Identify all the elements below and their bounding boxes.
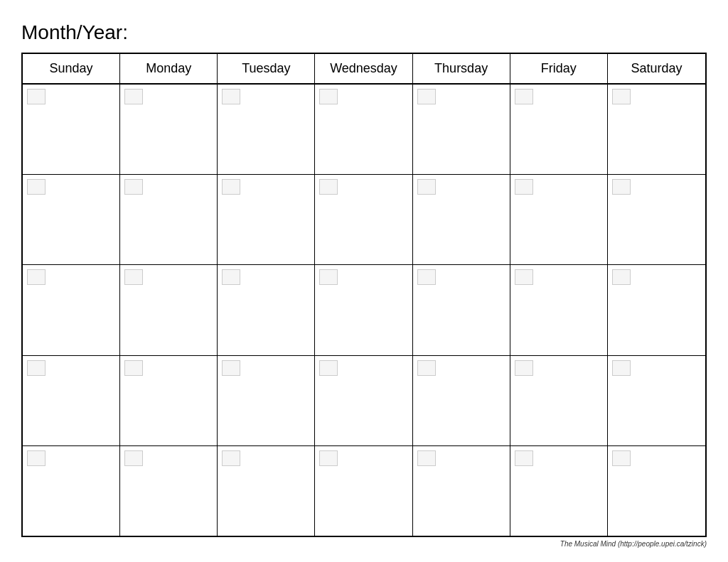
calendar-cell[interactable] [120, 446, 218, 536]
calendar-cell[interactable] [510, 356, 608, 445]
calendar-cell[interactable] [218, 356, 315, 445]
calendar-row-1 [23, 85, 705, 175]
header-day-monday: Monday [120, 54, 218, 83]
date-number-box [515, 360, 533, 376]
date-number-box [222, 360, 240, 376]
calendar-cell[interactable] [218, 265, 315, 355]
calendar-cell[interactable] [608, 175, 705, 264]
calendar-cell[interactable] [510, 265, 608, 355]
header-day-wednesday: Wednesday [315, 54, 412, 83]
date-number-box [124, 179, 143, 195]
calendar-cell[interactable] [315, 265, 412, 355]
calendar-row-2 [23, 175, 705, 265]
header-day-tuesday: Tuesday [218, 54, 315, 83]
calendar-cell[interactable] [120, 85, 218, 174]
date-number-box [124, 269, 143, 285]
calendar-cell[interactable] [413, 175, 510, 264]
calendar-cell[interactable] [120, 356, 218, 445]
calendar-cell[interactable] [120, 265, 218, 355]
calendar-cell[interactable] [608, 356, 705, 445]
calendar-cell[interactable] [608, 85, 705, 174]
date-number-box [417, 450, 436, 466]
footer-credit: The Musical Mind (http://people.upei.ca/… [21, 537, 707, 548]
date-number-box [612, 179, 631, 195]
calendar-cell[interactable] [413, 446, 510, 536]
calendar-header: SundayMondayTuesdayWednesdayThursdayFrid… [23, 54, 705, 85]
calendar-cell[interactable] [23, 85, 120, 174]
calendar-cell[interactable] [120, 175, 218, 264]
header-day-sunday: Sunday [23, 54, 120, 83]
calendar-container: SundayMondayTuesdayWednesdayThursdayFrid… [21, 53, 707, 537]
header-day-friday: Friday [510, 54, 608, 83]
calendar-cell[interactable] [23, 175, 120, 264]
date-number-box [319, 89, 338, 104]
calendar-body [23, 85, 705, 536]
calendar-cell[interactable] [413, 85, 510, 174]
date-number-box [417, 89, 436, 104]
page: Month/Year: SundayMondayTuesdayWednesday… [0, 0, 728, 562]
date-number-box [612, 450, 631, 466]
calendar-cell[interactable] [218, 85, 315, 174]
calendar-cell[interactable] [510, 446, 608, 536]
date-number-box [515, 450, 533, 466]
month-year-label[interactable]: Month/Year: [21, 21, 707, 44]
header-day-thursday: Thursday [413, 54, 510, 83]
date-number-box [417, 269, 436, 285]
calendar-cell[interactable] [315, 446, 412, 536]
calendar-cell[interactable] [510, 85, 608, 174]
date-number-box [27, 450, 46, 466]
calendar-cell[interactable] [315, 356, 412, 445]
calendar-cell[interactable] [218, 175, 315, 264]
date-number-box [27, 89, 46, 104]
calendar-cell[interactable] [23, 446, 120, 536]
date-number-box [612, 89, 631, 104]
date-number-box [515, 89, 533, 104]
date-number-box [319, 179, 338, 195]
calendar-cell[interactable] [23, 356, 120, 445]
date-number-box [319, 269, 338, 285]
date-number-box [612, 360, 631, 376]
calendar-cell[interactable] [608, 265, 705, 355]
calendar-cell[interactable] [23, 265, 120, 355]
calendar-row-4 [23, 356, 705, 446]
calendar-row-3 [23, 265, 705, 355]
calendar-cell[interactable] [218, 446, 315, 536]
date-number-box [417, 360, 436, 376]
date-number-box [515, 179, 533, 195]
date-number-box [124, 360, 143, 376]
date-number-box [319, 450, 338, 466]
calendar-cell[interactable] [315, 175, 412, 264]
header-day-saturday: Saturday [608, 54, 705, 83]
date-number-box [319, 360, 338, 376]
date-number-box [27, 360, 46, 376]
date-number-box [222, 269, 240, 285]
date-number-box [515, 269, 533, 285]
date-number-box [417, 179, 436, 195]
date-number-box [222, 450, 240, 466]
date-number-box [612, 269, 631, 285]
calendar-cell[interactable] [413, 356, 510, 445]
calendar-cell[interactable] [315, 85, 412, 174]
date-number-box [27, 179, 46, 195]
date-number-box [222, 179, 240, 195]
date-number-box [222, 89, 240, 104]
calendar-row-5 [23, 446, 705, 536]
calendar-cell[interactable] [413, 265, 510, 355]
date-number-box [124, 89, 143, 104]
calendar-cell[interactable] [510, 175, 608, 264]
date-number-box [124, 450, 143, 466]
date-number-box [27, 269, 46, 285]
calendar-cell[interactable] [608, 446, 705, 536]
